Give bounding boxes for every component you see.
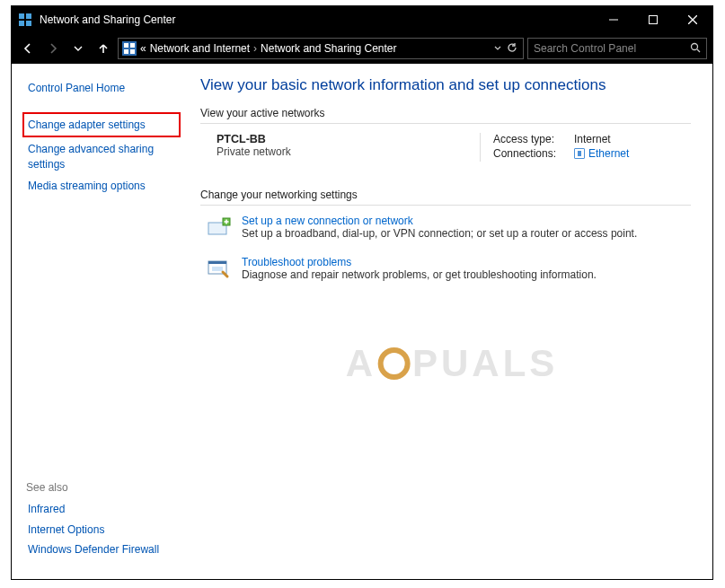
forward-button[interactable] xyxy=(42,38,64,59)
troubleshoot-item: Troubleshoot problems Diagnose and repai… xyxy=(206,256,691,281)
active-networks-heading: View your active networks xyxy=(200,107,691,124)
address-bar: « Network and Internet › Network and Sha… xyxy=(12,33,712,64)
page-heading: View your basic network information and … xyxy=(200,76,691,94)
active-network-info: PTCL-BB Private network xyxy=(217,133,480,162)
see-also-section: See also Infrared Internet Options Windo… xyxy=(26,481,177,565)
minimize-button[interactable] xyxy=(594,6,633,33)
search-placeholder: Search Control Panel xyxy=(534,42,636,55)
active-network-details: Access type: Internet Connections: Ether… xyxy=(480,133,691,162)
title-bar: Network and Sharing Center xyxy=(12,6,712,33)
sidebar-home-link[interactable]: Control Panel Home xyxy=(26,78,177,98)
sidebar-media-streaming-link[interactable]: Media streaming options xyxy=(26,176,177,196)
settings-list: Set up a new connection or network Set u… xyxy=(206,215,691,281)
active-network-row: PTCL-BB Private network Access type: Int… xyxy=(217,133,691,162)
window-frame: Network and Sharing Center xyxy=(11,5,713,580)
see-also-heading: See also xyxy=(26,481,177,494)
svg-rect-9 xyxy=(130,43,135,48)
svg-rect-19 xyxy=(208,261,226,264)
setup-connection-item: Set up a new connection or network Set u… xyxy=(206,215,691,240)
troubleshoot-link[interactable]: Troubleshoot problems xyxy=(242,256,351,268)
search-input[interactable]: Search Control Panel xyxy=(527,38,707,59)
up-button[interactable] xyxy=(93,38,114,59)
see-also-internet-options[interactable]: Internet Options xyxy=(26,520,177,540)
recent-dropdown[interactable] xyxy=(67,38,89,59)
connection-link[interactable]: Ethernet xyxy=(574,147,629,160)
breadcrumb-parent[interactable]: Network and Internet xyxy=(150,42,250,55)
troubleshoot-desc: Diagnose and repair network problems, or… xyxy=(242,268,597,281)
sidebar-change-adapter-link[interactable]: Change adapter settings xyxy=(26,115,177,135)
network-type: Private network xyxy=(217,145,480,158)
app-icon xyxy=(18,13,32,27)
sidebar-advanced-sharing-link[interactable]: Change advanced sharing settings xyxy=(26,139,177,173)
breadcrumb-tools xyxy=(494,42,523,56)
svg-rect-10 xyxy=(124,49,128,54)
see-also-infrared[interactable]: Infrared xyxy=(26,499,177,519)
watermark: APUALS xyxy=(346,342,559,385)
access-type-value: Internet xyxy=(574,133,611,145)
connection-name: Ethernet xyxy=(588,147,629,160)
svg-rect-2 xyxy=(19,21,24,26)
svg-rect-3 xyxy=(26,21,31,26)
search-icon xyxy=(690,42,701,56)
control-panel-icon xyxy=(122,41,137,56)
connections-label: Connections: xyxy=(493,147,574,160)
svg-rect-1 xyxy=(26,13,31,19)
window-title: Network and Sharing Center xyxy=(40,13,594,26)
sidebar: Control Panel Home Change adapter settin… xyxy=(12,64,191,579)
svg-rect-0 xyxy=(19,13,24,19)
breadcrumb-dropdown-icon[interactable] xyxy=(494,42,501,55)
window-controls xyxy=(594,6,712,33)
setup-connection-link[interactable]: Set up a new connection or network xyxy=(242,215,413,227)
refresh-button[interactable] xyxy=(507,42,517,56)
svg-point-12 xyxy=(692,43,698,49)
network-name: PTCL-BB xyxy=(217,133,480,145)
breadcrumb[interactable]: « Network and Internet › Network and Sha… xyxy=(118,38,524,59)
change-settings-heading: Change your networking settings xyxy=(200,189,691,206)
setup-connection-icon xyxy=(206,215,231,240)
svg-rect-11 xyxy=(130,49,135,54)
breadcrumb-current[interactable]: Network and Sharing Center xyxy=(261,42,396,55)
svg-rect-8 xyxy=(124,43,128,48)
highlight-box: Change adapter settings xyxy=(22,112,181,137)
troubleshoot-icon xyxy=(206,256,231,281)
maximize-button[interactable] xyxy=(633,6,673,33)
chevron-right-icon: › xyxy=(253,42,257,55)
svg-line-13 xyxy=(697,49,700,52)
main-content: View your basic network information and … xyxy=(191,64,712,579)
svg-rect-5 xyxy=(650,16,658,24)
ethernet-icon xyxy=(574,148,585,159)
close-button[interactable] xyxy=(673,6,712,33)
see-also-firewall[interactable]: Windows Defender Firewall xyxy=(26,540,177,559)
access-type-label: Access type: xyxy=(493,133,574,145)
breadcrumb-truncate: « xyxy=(140,42,146,55)
window-body: Control Panel Home Change adapter settin… xyxy=(12,64,712,579)
svg-rect-20 xyxy=(212,267,223,271)
back-button[interactable] xyxy=(17,38,39,59)
setup-connection-desc: Set up a broadband, dial-up, or VPN conn… xyxy=(242,227,637,240)
